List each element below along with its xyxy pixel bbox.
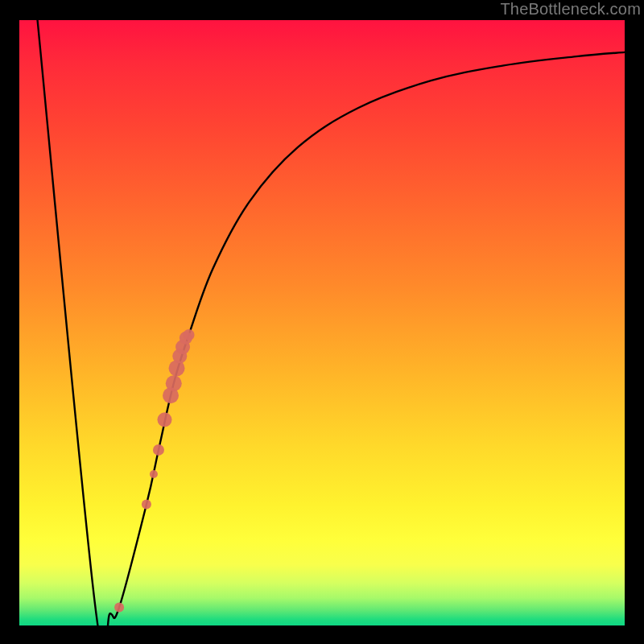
curve-group bbox=[38, 20, 625, 644]
highlight-dot bbox=[184, 329, 195, 341]
highlight-dot bbox=[150, 470, 158, 478]
chart-frame: TheBottleneck.com bbox=[0, 0, 644, 644]
plot-area-outer bbox=[19, 19, 625, 625]
highlight-dots-group bbox=[114, 329, 194, 612]
highlight-dot bbox=[114, 602, 124, 612]
bottleneck-curve bbox=[38, 20, 625, 644]
highlight-dot bbox=[166, 375, 182, 391]
highlight-dot bbox=[157, 412, 171, 427]
chart-svg bbox=[19, 20, 625, 625]
highlight-dot bbox=[142, 500, 151, 510]
highlight-dot bbox=[153, 444, 164, 456]
watermark-text: TheBottleneck.com bbox=[500, 0, 641, 19]
